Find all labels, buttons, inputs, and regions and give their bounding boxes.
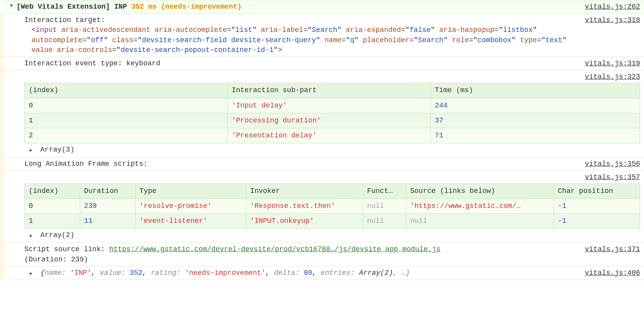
source-link[interactable]: vitals.js:357 bbox=[585, 173, 640, 181]
script-source-url[interactable]: https://www.gstatic.com/devrel-devsite/p… bbox=[109, 245, 441, 253]
table-cell: 1 bbox=[25, 214, 80, 229]
table-cell: 'Processing duration' bbox=[228, 113, 431, 128]
object-summary[interactable]: {name: 'INP', value: 352, rating: 'needs… bbox=[40, 269, 410, 277]
table-cell: 1 bbox=[25, 113, 228, 128]
table-header: Char position bbox=[554, 183, 640, 198]
table-cell: 71 bbox=[431, 128, 640, 143]
table-header: Time (ms) bbox=[431, 83, 640, 98]
table-row: 111'event-listener''INPUT.onkeyup'nullnu… bbox=[25, 214, 640, 229]
source-link[interactable]: vitals.js:262 bbox=[585, 3, 640, 11]
table-cell: -1 bbox=[554, 214, 640, 229]
table-cell: 'https://www.gstatic.com/… bbox=[406, 198, 554, 213]
source-link[interactable]: vitals.js:406 bbox=[585, 269, 640, 277]
console-table: vitals.js:323 (index)Interaction sub-par… bbox=[0, 70, 644, 157]
table-cell: 239 bbox=[80, 198, 135, 213]
table-row: 1'Processing duration'37 bbox=[25, 113, 640, 128]
table-cell: 'Response.text.then' bbox=[246, 198, 363, 213]
table-cell: 'event-listener' bbox=[135, 214, 246, 229]
disclosure-triangle-icon[interactable] bbox=[28, 230, 35, 240]
loaf-scripts-table: (index)DurationTypeInvokerFunct…Source (… bbox=[24, 183, 640, 229]
table-cell: 'resolve-promise' bbox=[135, 198, 246, 213]
table-header: Type bbox=[135, 183, 246, 198]
table-cell: 'Presentation delay' bbox=[228, 128, 431, 143]
array-summary[interactable]: Array(2) bbox=[40, 231, 74, 239]
console-message: Script source link: https://www.gstatic.… bbox=[0, 243, 644, 266]
table-row: 0239'resolve-promise''Response.text.then… bbox=[25, 198, 640, 213]
source-link[interactable]: vitals.js:323 bbox=[585, 73, 640, 81]
disclosure-triangle-icon[interactable] bbox=[8, 0, 15, 10]
loaf-label: Long Animation Frame scripts: bbox=[24, 159, 579, 169]
table-cell: null bbox=[363, 214, 406, 229]
console-message: Interaction event type: keyboard vitals.… bbox=[0, 57, 644, 70]
table-cell: 'INPUT.onkeyup' bbox=[246, 214, 363, 229]
source-link[interactable]: vitals.js:319 bbox=[585, 59, 640, 67]
target-element-html: <input aria-activedescendant aria-autoco… bbox=[24, 25, 579, 55]
event-type-text: Interaction event type: keyboard bbox=[24, 59, 579, 69]
metric-name: INP bbox=[114, 3, 127, 11]
source-link[interactable]: vitals.js:318 bbox=[585, 16, 640, 24]
metric-value: 352 ms (needs-improvement) bbox=[131, 3, 242, 11]
table-cell: null bbox=[363, 198, 406, 213]
table-header: Duration bbox=[80, 183, 135, 198]
console-object[interactable]: {name: 'INP', value: 352, rating: 'needs… bbox=[0, 267, 644, 280]
script-source-prefix: Script source link: bbox=[24, 245, 109, 253]
table-header: Source (links below) bbox=[406, 183, 554, 198]
interaction-subpart-table: (index)Interaction sub-partTime (ms)0'In… bbox=[24, 83, 640, 143]
table-header: (index) bbox=[25, 83, 228, 98]
table-row: 2'Presentation delay'71 bbox=[25, 128, 640, 143]
script-source-duration: (Duration: 239) bbox=[24, 256, 88, 263]
table-cell: null bbox=[406, 214, 554, 229]
interaction-target-label: Interaction target: bbox=[24, 15, 579, 25]
table-cell: 0 bbox=[25, 198, 80, 213]
log-prefix: [Web Vitals Extension] bbox=[17, 3, 110, 11]
source-link[interactable]: vitals.js:356 bbox=[585, 160, 640, 168]
console-group-header[interactable]: [Web Vitals Extension] INP 352 ms (needs… bbox=[0, 0, 644, 14]
table-header: Invoker bbox=[246, 183, 363, 198]
table-cell: 2 bbox=[25, 128, 228, 143]
table-cell: 37 bbox=[431, 113, 640, 128]
table-header: Interaction sub-part bbox=[228, 83, 431, 98]
table-header: (index) bbox=[25, 183, 80, 198]
console-table: vitals.js:357 (index)DurationTypeInvoker… bbox=[0, 171, 644, 243]
table-cell: 'Input delay' bbox=[228, 98, 431, 113]
table-header: Funct… bbox=[363, 183, 406, 198]
console-message: Interaction target: <input aria-activede… bbox=[0, 14, 644, 57]
table-cell: 244 bbox=[431, 98, 640, 113]
disclosure-triangle-icon[interactable] bbox=[28, 268, 35, 278]
array-summary[interactable]: Array(3) bbox=[40, 146, 74, 154]
source-link[interactable]: vitals.js:371 bbox=[585, 245, 640, 253]
console-message: Long Animation Frame scripts: vitals.js:… bbox=[0, 157, 644, 171]
table-cell: 0 bbox=[25, 98, 228, 113]
table-row: 0'Input delay'244 bbox=[25, 98, 640, 113]
console-output: [Web Vitals Extension] INP 352 ms (needs… bbox=[0, 0, 644, 280]
table-cell: -1 bbox=[554, 198, 640, 213]
table-cell: 11 bbox=[80, 214, 135, 229]
disclosure-triangle-icon[interactable] bbox=[28, 145, 35, 155]
